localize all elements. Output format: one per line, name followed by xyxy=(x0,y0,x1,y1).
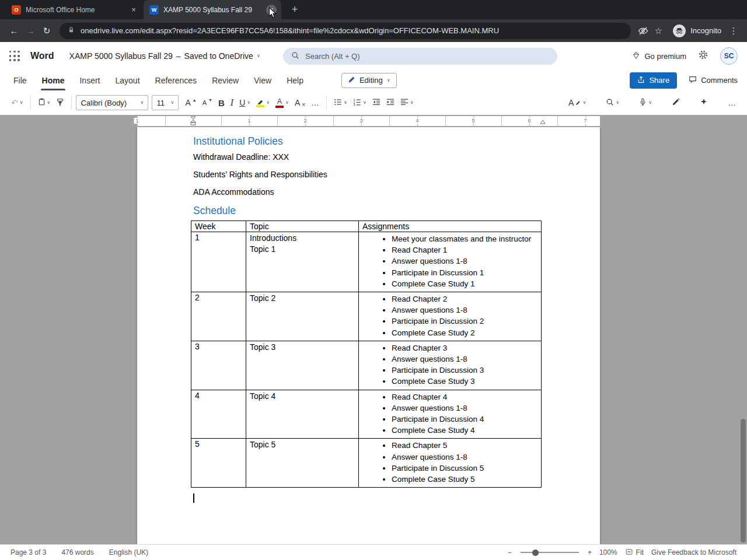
tab-insert[interactable]: Insert xyxy=(72,70,107,90)
numbering-button[interactable]: 123 ∨ xyxy=(350,94,369,111)
assignment-item[interactable]: Meet your classmates and the instructor xyxy=(392,233,537,244)
week-cell[interactable]: 3 xyxy=(191,341,246,390)
assignment-item[interactable]: Participate in Discussion 2 xyxy=(392,316,537,327)
clear-formatting-button[interactable]: A × xyxy=(292,94,308,111)
topic-cell[interactable]: Topic 4 xyxy=(246,390,359,439)
table-header-topic[interactable]: Topic xyxy=(246,221,359,232)
new-tab-button[interactable]: + xyxy=(287,2,302,18)
week-cell[interactable]: 5 xyxy=(191,439,246,488)
table-header-week[interactable]: Week xyxy=(191,221,246,232)
increase-indent-button[interactable] xyxy=(383,94,397,111)
assignment-item[interactable]: Complete Case Study 5 xyxy=(392,474,537,485)
search-input[interactable]: Search (Alt + Q) xyxy=(283,48,557,65)
shrink-font-button[interactable]: A▼ xyxy=(200,94,215,111)
indent-marker[interactable] xyxy=(190,116,196,127)
url-box[interactable]: onedrive.live.com/edit.aspx?resid=2A3ECE… xyxy=(60,23,631,39)
tab-close-icon[interactable]: × xyxy=(128,5,139,15)
document-page[interactable]: Institutional Policies Withdrawal Deadli… xyxy=(137,127,600,544)
browser-menu-icon[interactable]: ⋮ xyxy=(726,23,741,38)
undo-button[interactable]: ↶ ∨ xyxy=(8,94,26,111)
topic-cell[interactable]: Introductions Topic 1 xyxy=(246,232,359,292)
paragraph[interactable]: Students’ Rights and Responsibilities xyxy=(193,170,544,179)
share-button[interactable]: Share xyxy=(630,72,677,89)
vertical-scrollbar[interactable] xyxy=(741,419,746,542)
paste-button[interactable]: ∨ xyxy=(35,94,54,111)
right-indent-marker[interactable] xyxy=(540,120,546,126)
tab-view[interactable]: View xyxy=(246,70,279,90)
zoom-level[interactable]: 100% xyxy=(599,548,617,556)
assignment-item[interactable]: Participate in Discussion 3 xyxy=(392,365,537,376)
heading-institutional-policies[interactable]: Institutional Policies xyxy=(193,135,544,148)
editing-mode-dropdown[interactable]: Editing ∨ xyxy=(341,73,397,88)
assignment-item[interactable]: Answer questions 1-8 xyxy=(392,402,537,414)
assignment-item[interactable]: Complete Case Study 4 xyxy=(392,425,537,436)
topic-cell[interactable]: Topic 3 xyxy=(246,341,359,390)
week-cell[interactable]: 1 xyxy=(191,232,246,292)
assignment-item[interactable]: Answer questions 1-8 xyxy=(392,452,537,463)
back-button[interactable]: ← xyxy=(6,23,22,39)
assignment-item[interactable]: Complete Case Study 1 xyxy=(392,278,537,289)
editor-button[interactable] xyxy=(669,94,683,111)
document-title-group[interactable]: XAMP 5000 Syllabus Fall 29 – Saved to On… xyxy=(69,51,260,61)
fit-to-page-button[interactable]: Fit xyxy=(625,548,644,557)
feedback-link[interactable]: Give Feedback to Microsoft xyxy=(651,548,736,556)
assignment-item[interactable]: Answer questions 1-8 xyxy=(392,354,537,365)
topic-cell[interactable]: Topic 2 xyxy=(246,292,359,341)
font-color-button[interactable]: A ∨ xyxy=(273,94,292,111)
designer-button[interactable] xyxy=(697,94,711,111)
comments-button[interactable]: Comments xyxy=(689,75,738,85)
format-painter-button[interactable] xyxy=(53,94,67,111)
decrease-indent-button[interactable] xyxy=(369,94,383,111)
assignment-item[interactable]: Read Chapter 4 xyxy=(392,391,537,402)
browser-tab-office-home[interactable]: O Microsoft Office Home × xyxy=(6,0,144,19)
assignment-item[interactable]: Read Chapter 5 xyxy=(392,440,537,451)
font-name-select[interactable]: Calibri (Body) ∨ xyxy=(76,95,148,110)
page-count[interactable]: Page 3 of 3 xyxy=(11,548,46,556)
assignments-cell[interactable]: Read Chapter 5Answer questions 1-8Partic… xyxy=(359,439,542,488)
alignment-button[interactable]: ∨ xyxy=(397,94,417,111)
reload-button[interactable]: ↻ xyxy=(39,23,55,39)
tab-layout[interactable]: Layout xyxy=(107,70,147,90)
document-title[interactable]: XAMP 5000 Syllabus Fall 29 xyxy=(69,51,173,61)
bold-button[interactable]: B xyxy=(215,94,228,111)
tab-home[interactable]: Home xyxy=(34,70,72,90)
assignment-item[interactable]: Answer questions 1-8 xyxy=(392,256,537,267)
assignments-cell[interactable]: Read Chapter 3Answer questions 1-8Partic… xyxy=(359,341,542,390)
assignment-item[interactable]: Read Chapter 3 xyxy=(392,342,537,354)
assignments-cell[interactable]: Read Chapter 2Answer questions 1-8Partic… xyxy=(359,292,542,341)
eye-blocked-icon[interactable] xyxy=(636,23,651,38)
more-font-options-button[interactable]: … xyxy=(308,94,322,111)
heading-schedule[interactable]: Schedule xyxy=(193,205,544,217)
assignment-item[interactable]: Participate in Discussion 5 xyxy=(392,463,537,474)
topic-cell[interactable]: Topic 5 xyxy=(246,439,359,488)
assignment-item[interactable]: Answer questions 1-8 xyxy=(392,304,537,316)
bookmark-star-icon[interactable]: ☆ xyxy=(651,23,666,38)
zoom-slider-thumb[interactable] xyxy=(532,550,539,556)
bullets-button[interactable]: ∨ xyxy=(331,94,350,111)
language-selector[interactable]: English (UK) xyxy=(109,548,148,556)
save-status[interactable]: Saved to OneDrive xyxy=(184,51,253,61)
tab-help[interactable]: Help xyxy=(279,70,311,90)
assignments-cell[interactable]: Read Chapter 4Answer questions 1-8Partic… xyxy=(359,390,542,439)
word-count[interactable]: 476 words xyxy=(61,548,93,556)
week-cell[interactable]: 2 xyxy=(191,292,246,341)
horizontal-ruler[interactable]: 1 1 2 3 4 5 6 7 xyxy=(0,115,747,127)
tab-review[interactable]: Review xyxy=(204,70,246,90)
forward-button[interactable]: → xyxy=(22,23,39,39)
assignments-cell[interactable]: Meet your classmates and the instructorR… xyxy=(359,232,542,292)
more-commands-button[interactable]: … xyxy=(725,94,739,111)
assignment-item[interactable]: Participate in Discussion 1 xyxy=(392,267,537,278)
font-size-select[interactable]: 11 ∨ xyxy=(152,95,179,110)
table-header-assignments[interactable]: Assignments xyxy=(359,221,542,232)
week-cell[interactable]: 4 xyxy=(191,390,246,439)
zoom-out-button[interactable]: − xyxy=(508,548,512,556)
app-launcher-icon[interactable] xyxy=(9,51,20,61)
account-avatar[interactable]: SC xyxy=(720,47,738,65)
chevron-down-icon[interactable]: ∨ xyxy=(257,54,260,58)
underline-button[interactable]: U ∨ xyxy=(236,94,253,111)
assignment-item[interactable]: Participate in Discussion 4 xyxy=(392,414,537,425)
assignment-item[interactable]: Complete Case Study 2 xyxy=(392,327,537,338)
find-button[interactable]: ∨ xyxy=(603,94,622,111)
settings-gear-icon[interactable] xyxy=(698,50,708,62)
styles-button[interactable]: A ∨ xyxy=(566,94,589,111)
